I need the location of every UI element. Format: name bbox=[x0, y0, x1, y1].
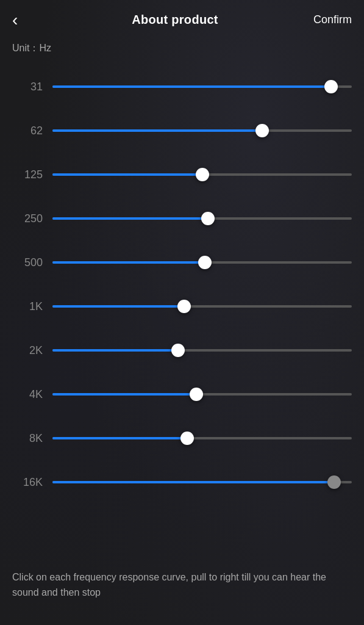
slider-fill bbox=[52, 261, 205, 264]
slider-track-4k[interactable] bbox=[52, 393, 352, 396]
slider-thumb[interactable] bbox=[177, 300, 191, 313]
sliders-section: 31621252505001K2K4K8K16K bbox=[0, 65, 364, 557]
slider-fill bbox=[52, 481, 334, 483]
slider-row-2k[interactable]: 2K bbox=[12, 328, 352, 372]
slider-track-8k[interactable] bbox=[52, 437, 352, 439]
slider-row-62[interactable]: 62 bbox=[12, 109, 352, 153]
back-button[interactable]: ‹ bbox=[12, 10, 37, 30]
freq-label-2k: 2K bbox=[12, 344, 43, 357]
slider-thumb[interactable] bbox=[196, 168, 209, 181]
confirm-button[interactable]: Confirm bbox=[313, 13, 352, 26]
freq-label-125: 125 bbox=[12, 168, 43, 181]
slider-row-31[interactable]: 31 bbox=[12, 65, 352, 109]
freq-label-250: 250 bbox=[12, 212, 43, 225]
slider-track-125[interactable] bbox=[52, 173, 352, 176]
slider-fill bbox=[52, 305, 184, 308]
slider-row-500[interactable]: 500 bbox=[12, 240, 352, 284]
slider-fill bbox=[52, 437, 187, 439]
freq-label-4k: 4K bbox=[12, 388, 43, 401]
freq-label-1k: 1K bbox=[12, 300, 43, 313]
slider-fill bbox=[52, 393, 196, 396]
slider-track-250[interactable] bbox=[52, 217, 352, 220]
slider-track-500[interactable] bbox=[52, 261, 352, 264]
slider-row-8k[interactable]: 8K bbox=[12, 416, 352, 460]
page-title: About product bbox=[132, 13, 218, 27]
slider-row-250[interactable]: 250 bbox=[12, 197, 352, 240]
freq-label-16k: 16K bbox=[12, 476, 43, 489]
slider-fill bbox=[52, 85, 331, 88]
header: ‹ About product Confirm bbox=[0, 0, 364, 40]
slider-track-16k[interactable] bbox=[52, 481, 352, 483]
freq-label-500: 500 bbox=[12, 256, 43, 269]
slider-fill bbox=[52, 129, 262, 132]
slider-track-31[interactable] bbox=[52, 85, 352, 88]
slider-thumb[interactable] bbox=[327, 475, 341, 489]
slider-fill bbox=[52, 173, 202, 176]
footer-text: Click on each frequency response curve, … bbox=[0, 557, 364, 625]
slider-row-16k[interactable]: 16K bbox=[12, 460, 352, 504]
slider-track-1k[interactable] bbox=[52, 305, 352, 308]
slider-fill bbox=[52, 349, 178, 352]
freq-label-62: 62 bbox=[12, 125, 43, 137]
slider-thumb[interactable] bbox=[198, 256, 212, 269]
slider-fill bbox=[52, 217, 208, 220]
unit-label: Unit：Hz bbox=[0, 40, 364, 65]
slider-thumb[interactable] bbox=[190, 388, 203, 401]
slider-thumb[interactable] bbox=[324, 80, 338, 93]
slider-track-2k[interactable] bbox=[52, 349, 352, 352]
slider-thumb[interactable] bbox=[171, 344, 185, 357]
slider-track-62[interactable] bbox=[52, 129, 352, 132]
slider-thumb[interactable] bbox=[255, 124, 269, 137]
slider-row-1k[interactable]: 1K bbox=[12, 284, 352, 328]
slider-thumb[interactable] bbox=[201, 212, 215, 225]
slider-row-125[interactable]: 125 bbox=[12, 153, 352, 197]
freq-label-8k: 8K bbox=[12, 432, 43, 445]
slider-thumb[interactable] bbox=[180, 432, 194, 445]
freq-label-31: 31 bbox=[12, 81, 43, 93]
slider-row-4k[interactable]: 4K bbox=[12, 372, 352, 416]
